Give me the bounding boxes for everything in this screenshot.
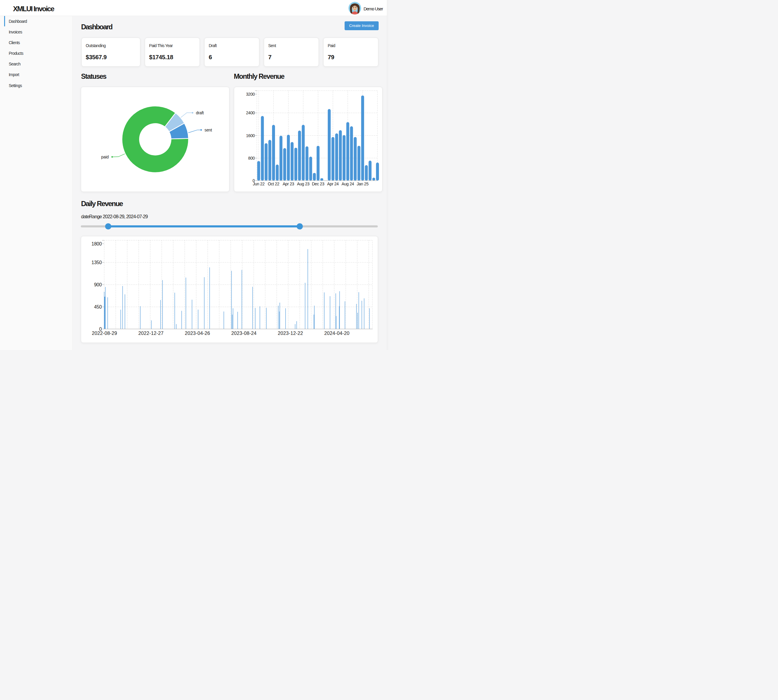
svg-text:800: 800 [248,156,255,160]
svg-text:Aug 23: Aug 23 [297,182,310,186]
svg-text:2022-08-29: 2022-08-29 [92,330,117,336]
svg-text:paid: paid [101,155,109,159]
svg-text:2023-08-24: 2023-08-24 [231,330,257,336]
svg-text:1800: 1800 [92,241,102,247]
svg-text:900: 900 [94,282,102,287]
svg-text:2024-04-20: 2024-04-20 [324,330,349,336]
svg-text:2022-12-27: 2022-12-27 [138,330,163,336]
svg-text:Aug 24: Aug 24 [342,182,354,186]
svg-text:draft: draft [196,110,204,115]
svg-text:sent: sent [205,128,212,132]
svg-text:Jan 25: Jan 25 [357,182,368,186]
svg-text:Oct 22: Oct 22 [268,182,279,186]
svg-text:2400: 2400 [246,110,255,115]
svg-text:450: 450 [94,304,102,310]
svg-text:Apr 23: Apr 23 [283,182,294,186]
svg-text:2023-12-22: 2023-12-22 [278,330,303,336]
svg-text:1350: 1350 [92,260,102,265]
svg-text:Apr 24: Apr 24 [327,182,339,186]
svg-text:3200: 3200 [246,92,255,97]
svg-text:Jun 22: Jun 22 [253,182,265,186]
svg-text:1600: 1600 [246,133,255,138]
svg-text:2023-04-26: 2023-04-26 [185,330,210,336]
svg-text:Dec 23: Dec 23 [312,182,325,186]
